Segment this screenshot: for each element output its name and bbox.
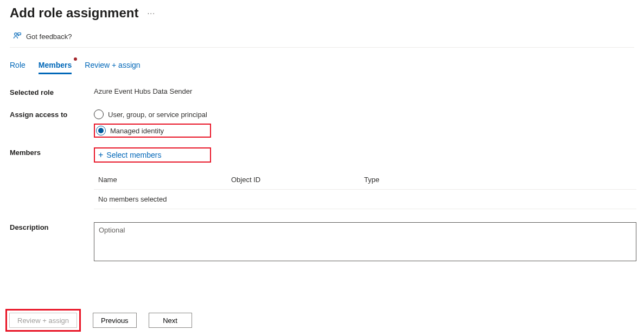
tab-role[interactable]: Role <box>10 57 25 74</box>
col-header-name: Name <box>98 176 231 184</box>
feedback-link[interactable]: Got feedback? <box>10 23 634 48</box>
plus-icon: + <box>98 151 103 159</box>
radio-managed-identity[interactable]: Managed identity <box>96 126 209 135</box>
table-empty-row: No members selected <box>94 190 636 209</box>
members-label: Members <box>10 147 94 157</box>
feedback-label: Got feedback? <box>26 33 72 41</box>
description-textarea[interactable] <box>94 222 636 261</box>
page-header: Add role assignment ··· <box>10 0 634 23</box>
tab-label: Review + assign <box>85 61 140 69</box>
radio-label: User, group, or service principal <box>108 111 207 119</box>
selected-role-row: Selected role Azure Event Hubs Data Send… <box>10 87 634 96</box>
ellipsis-icon[interactable]: ··· <box>147 9 155 17</box>
radio-label: Managed identity <box>110 127 164 135</box>
page-title: Add role assignment <box>10 5 138 21</box>
description-label: Description <box>10 222 94 231</box>
selected-role-label: Selected role <box>10 87 94 96</box>
col-header-object-id: Object ID <box>231 176 364 184</box>
members-table: Name Object ID Type No members selected <box>94 170 636 209</box>
members-row: Members + Select members Name Object ID … <box>10 147 634 209</box>
next-button[interactable]: Next <box>149 313 192 328</box>
tab-review-assign[interactable]: Review + assign <box>85 57 140 74</box>
table-empty-text: No members selected <box>98 195 167 203</box>
status-dot-icon <box>74 57 77 61</box>
highlight-select-members: + Select members <box>94 147 211 163</box>
footer-bar: Review + assign Previous Next <box>0 303 192 336</box>
person-feedback-icon <box>13 31 22 42</box>
table-header: Name Object ID Type <box>94 170 636 190</box>
description-row: Description <box>10 222 634 263</box>
radio-icon <box>94 109 104 119</box>
tab-label: Members <box>39 61 72 69</box>
selected-role-value: Azure Event Hubs Data Sender <box>94 87 634 95</box>
select-members-text: Select members <box>106 151 161 159</box>
radio-dot-icon <box>98 128 104 133</box>
svg-rect-1 <box>18 33 21 35</box>
tab-members[interactable]: Members <box>39 57 72 74</box>
radio-icon <box>96 126 106 135</box>
tab-bar: Role Members Review + assign <box>10 48 634 74</box>
previous-button[interactable]: Previous <box>93 313 137 328</box>
col-header-type: Type <box>364 176 632 184</box>
radio-user-group-principal[interactable]: User, group, or service principal <box>94 109 634 119</box>
tab-label: Role <box>10 61 25 69</box>
svg-point-0 <box>15 33 17 36</box>
highlight-review-assign: Review + assign <box>5 309 81 332</box>
highlight-managed-identity: Managed identity <box>94 124 211 138</box>
assign-access-label: Assign access to <box>10 109 94 119</box>
select-members-link[interactable]: + Select members <box>96 150 164 160</box>
assign-access-row: Assign access to User, group, or service… <box>10 109 634 138</box>
review-assign-button[interactable]: Review + assign <box>9 313 77 328</box>
